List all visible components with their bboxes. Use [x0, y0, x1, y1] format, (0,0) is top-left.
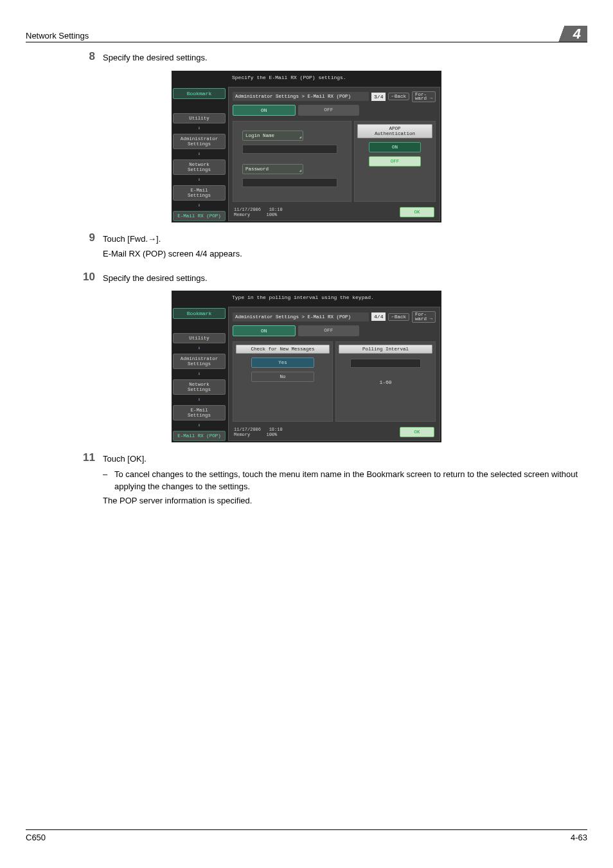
breadcrumb: Administrator Settings > E-Mail RX (POP)	[233, 92, 369, 101]
step-9: 9 Touch [Fwd.→]. E-Mail RX (POP) screen …	[26, 231, 587, 263]
step-text: The POP server information is specified.	[103, 494, 587, 507]
nav-arrow-icon: ⬇	[173, 397, 226, 402]
step-11: 11 Touch [OK]. – To cancel changes to th…	[26, 451, 587, 509]
nav-arrow-icon: ⬇	[173, 203, 226, 208]
bookmark-tab[interactable]: Bookmark	[173, 88, 226, 99]
ok-button[interactable]: OK	[400, 207, 434, 217]
step-8: 8 Specify the desired settings.	[26, 50, 587, 67]
screenshot-pop-3-4: Specify the E-Mail RX (POP) settings. Bo…	[172, 71, 441, 222]
no-button[interactable]: No	[251, 372, 314, 382]
step-number: 11	[77, 451, 103, 509]
step-10: 10 Specify the desired settings.	[26, 271, 587, 287]
nav-arrow-icon: ⬇	[173, 346, 226, 351]
nav-email-rx-pop[interactable]: E-Mail RX (POP)	[173, 431, 226, 441]
nav-arrow-icon: ⬇	[173, 152, 226, 157]
page-indicator: 4/4	[371, 312, 386, 321]
tab-off[interactable]: OFF	[298, 325, 360, 336]
nav-arrow-icon: ⬇	[173, 372, 226, 377]
resize-icon: ◢	[299, 168, 302, 173]
nav-email-settings[interactable]: E-Mail Settings	[173, 185, 226, 201]
password-field[interactable]: Password◢	[242, 164, 303, 174]
status-bar: 11/17/2006 18:10 Memory 100%	[234, 207, 283, 217]
nav-email-rx-pop[interactable]: E-Mail RX (POP)	[173, 211, 226, 221]
bookmark-tab[interactable]: Bookmark	[173, 308, 226, 319]
forward-button[interactable]: For- ward →	[412, 91, 436, 103]
resize-icon: ◢	[299, 134, 302, 140]
step-number: 9	[77, 231, 103, 263]
tab-on[interactable]: ON	[233, 105, 296, 116]
nav-network-settings[interactable]: Network Settings	[173, 379, 226, 395]
apop-on-button[interactable]: ON	[369, 142, 421, 152]
tab-off[interactable]: OFF	[298, 105, 360, 116]
back-button[interactable]: ←Back	[388, 93, 409, 100]
footer-model: C650	[26, 833, 46, 842]
nav-network-settings[interactable]: Network Settings	[173, 159, 226, 175]
polling-interval-header: Polling Interval	[339, 345, 432, 354]
nav-arrow-icon: ⬇	[173, 423, 226, 428]
login-name-input[interactable]	[242, 145, 337, 154]
step-number: 8	[77, 50, 103, 67]
forward-button[interactable]: For- ward →	[412, 311, 436, 323]
back-button[interactable]: ←Back	[388, 313, 409, 321]
step-sub-text: To cancel changes to the settings, touch…	[114, 468, 587, 493]
password-input[interactable]	[242, 178, 337, 187]
tab-on[interactable]: ON	[233, 325, 296, 336]
step-text: Specify the desired settings.	[103, 272, 587, 285]
ok-button[interactable]: OK	[400, 427, 434, 437]
page-indicator: 3/4	[371, 93, 386, 101]
nav-utility[interactable]: Utility	[173, 113, 226, 123]
step-number: 10	[77, 271, 103, 287]
step-text: Touch [OK].	[103, 453, 587, 466]
login-name-field[interactable]: Login Name◢	[242, 131, 303, 141]
nav-arrow-icon: ⬇	[173, 177, 226, 183]
nav-email-settings[interactable]: E-Mail Settings	[173, 405, 226, 420]
screenshot-pop-4-4: Type in the polling interval using the k…	[172, 291, 441, 442]
check-messages-header: Check for New Messages	[236, 345, 330, 354]
polling-range: 1-60	[339, 373, 432, 392]
nav-utility[interactable]: Utility	[173, 333, 226, 343]
breadcrumb: Administrator Settings > E-Mail RX (POP)	[233, 312, 369, 321]
prompt-text: Specify the E-Mail RX (POP) settings.	[173, 72, 440, 87]
status-bar: 11/17/2006 18:10 Memory 100%	[234, 427, 283, 437]
nav-admin-settings[interactable]: Administrator Settings	[173, 134, 226, 149]
polling-interval-input[interactable]	[350, 359, 421, 368]
apop-off-button[interactable]: OFF	[369, 156, 421, 167]
chapter-number: 4	[564, 26, 587, 42]
apop-auth-header: APOP Authentication	[357, 124, 432, 138]
step-text: Touch [Fwd.→].	[103, 233, 587, 246]
nav-arrow-icon: ⬇	[173, 126, 226, 131]
step-text: Specify the desired settings.	[103, 51, 587, 64]
footer-page: 4-63	[571, 833, 587, 842]
prompt-text: Type in the polling interval using the k…	[173, 292, 440, 307]
dash-bullet: –	[103, 468, 114, 493]
nav-admin-settings[interactable]: Administrator Settings	[173, 354, 226, 369]
yes-button[interactable]: Yes	[251, 357, 314, 368]
running-head: Network Settings	[26, 31, 89, 41]
step-text: E-Mail RX (POP) screen 4/4 appears.	[103, 248, 587, 260]
